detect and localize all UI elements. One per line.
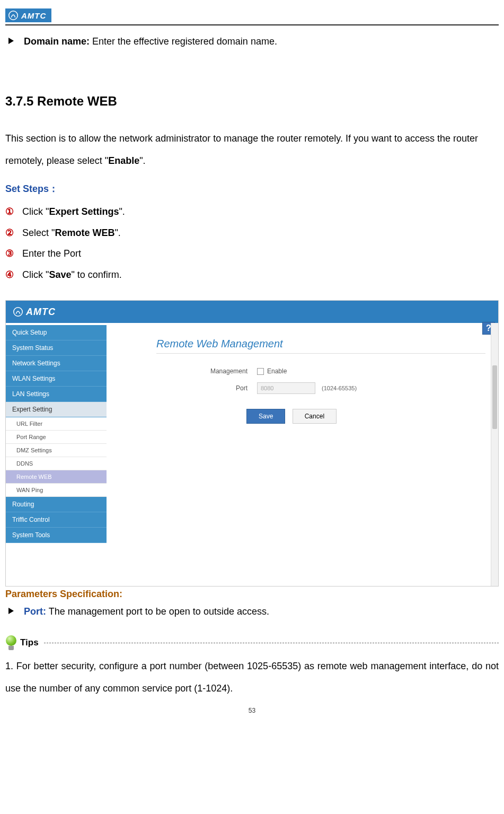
- cancel-button[interactable]: Cancel: [293, 409, 337, 424]
- nav-sub-dmz-settings[interactable]: DMZ Settings: [6, 444, 107, 457]
- intro-bold: Enable: [108, 155, 139, 166]
- button-row: Save Cancel: [246, 409, 485, 424]
- webui-sidebar: Quick Setup System Status Network Settin…: [6, 323, 107, 586]
- param-port-desc: The management port to be open to outsid…: [46, 606, 269, 617]
- port-label: Port: [119, 384, 257, 392]
- tip-text: 1. For better security, configure a port…: [5, 655, 499, 699]
- domain-name-definition: Domain name: Enter the effective registe…: [5, 32, 499, 51]
- nav-sub-ddns[interactable]: DDNS: [6, 457, 107, 470]
- set-steps-heading: Set Steps：: [5, 182, 499, 195]
- step-4-num: ④: [5, 265, 22, 286]
- port-row: Port (1024-65535): [119, 382, 485, 394]
- step-3-pre: Enter the Port: [22, 248, 81, 259]
- step-4-bold: Save: [49, 269, 71, 280]
- bullet-triangle-icon: [8, 608, 14, 614]
- nav-expert-setting[interactable]: Expert Setting: [6, 402, 107, 417]
- nav-lan-settings[interactable]: LAN Settings: [6, 387, 107, 402]
- step-1-bold: Expert Settings: [49, 206, 119, 217]
- nav-sub-port-range[interactable]: Port Range: [6, 431, 107, 444]
- steps-list: ① Click "Expert Settings". ② Select "Rem…: [5, 202, 499, 285]
- step-3: ③ Enter the Port: [5, 243, 499, 265]
- router-webui-screenshot: AMTC ? Quick Setup System Status Network…: [5, 300, 499, 587]
- enable-checkbox[interactable]: [257, 368, 264, 375]
- param-port: Port: The management port to be open to …: [5, 604, 499, 619]
- brand-mark-icon: [8, 11, 18, 20]
- params-spec-heading: Parameters Specification:: [5, 589, 499, 600]
- enable-label: Enable: [267, 367, 287, 375]
- step-1-num: ①: [5, 202, 22, 223]
- step-2-num: ②: [5, 223, 22, 244]
- step-1-pre: Click ": [22, 206, 49, 217]
- lightbulb-icon: [5, 635, 17, 650]
- brand-logo: AMTC: [5, 8, 51, 22]
- webui-content-pane: Remote Web Management Management Enable …: [107, 323, 498, 586]
- nav-sub-url-filter[interactable]: URL Filter: [6, 417, 107, 431]
- svg-point-0: [9, 11, 18, 20]
- save-button[interactable]: Save: [246, 409, 285, 424]
- webui-topbar: AMTC: [6, 301, 498, 323]
- step-3-num: ③: [5, 243, 22, 265]
- svg-point-1: [14, 308, 23, 317]
- domain-name-desc: Enter the effective registered domain na…: [90, 36, 277, 47]
- step-4: ④ Click "Save" to confirm.: [5, 265, 499, 286]
- step-1: ① Click "Expert Settings".: [5, 202, 499, 223]
- step-2-pre: Select ": [22, 227, 55, 238]
- intro-post: ".: [139, 155, 145, 166]
- step-1-post: ".: [119, 206, 125, 217]
- step-2: ② Select "Remote WEB".: [5, 223, 499, 244]
- nav-sub-wan-ping[interactable]: WAN Ping: [6, 484, 107, 497]
- step-4-pre: Click ": [22, 269, 49, 280]
- step-2-bold: Remote WEB: [55, 227, 114, 238]
- param-port-key: Port:: [24, 606, 46, 617]
- brand-text: AMTC: [21, 11, 46, 20]
- step-4-post: " to confirm.: [71, 269, 121, 280]
- nav-network-settings[interactable]: Network Settings: [6, 356, 107, 371]
- management-row: Management Enable: [119, 367, 485, 375]
- tips-label: Tips: [20, 637, 39, 648]
- nav-system-tools[interactable]: System Tools: [6, 528, 107, 543]
- nav-sub-remote-web[interactable]: Remote WEB: [6, 470, 107, 484]
- port-hint: (1024-65535): [322, 385, 357, 391]
- webui-brand-mark-icon: [13, 307, 23, 317]
- page-number: 53: [5, 707, 499, 714]
- pane-title: Remote Web Management: [156, 338, 485, 354]
- nav-routing[interactable]: Routing: [6, 497, 107, 512]
- doc-header: AMTC: [5, 5, 499, 25]
- management-label: Management: [119, 367, 257, 375]
- tips-divider: [44, 643, 499, 643]
- webui-brand-logo: AMTC: [13, 307, 56, 318]
- intro-pre: This section is to allow the network adm…: [5, 133, 478, 165]
- intro-paragraph: This section is to allow the network adm…: [5, 128, 499, 172]
- webui-brand-text: AMTC: [26, 307, 56, 318]
- nav-quick-setup[interactable]: Quick Setup: [6, 325, 107, 340]
- section-heading: 3.7.5 Remote WEB: [5, 94, 499, 109]
- nav-wlan-settings[interactable]: WLAN Settings: [6, 371, 107, 387]
- tips-header: Tips: [5, 635, 499, 650]
- bullet-triangle-icon: [8, 38, 14, 44]
- step-2-post: ".: [114, 227, 120, 238]
- domain-name-term: Domain name:: [24, 36, 90, 47]
- nav-traffic-control[interactable]: Triffic Control: [6, 512, 107, 528]
- nav-system-status[interactable]: System Status: [6, 340, 107, 356]
- vertical-scrollbar[interactable]: [491, 323, 498, 586]
- port-input[interactable]: [257, 382, 315, 394]
